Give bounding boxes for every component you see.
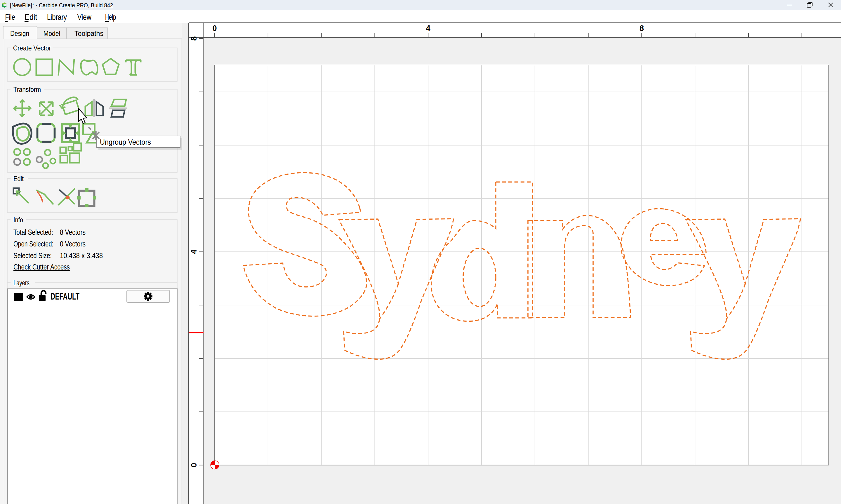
svg-text:0 Vectors: 0 Vectors xyxy=(60,239,86,248)
svg-text:Model: Model xyxy=(43,30,60,37)
svg-text:Selected Size:: Selected Size: xyxy=(14,251,52,260)
svg-text:Ungroup Vectors: Ungroup Vectors xyxy=(100,138,151,146)
svg-text:View: View xyxy=(78,13,92,22)
svg-text:Total Selected:: Total Selected: xyxy=(14,228,53,236)
svg-text:Open Selected:: Open Selected: xyxy=(14,239,53,248)
svg-text:[NewFile]* - Carbide Create PR: [NewFile]* - Carbide Create PRO, Build 8… xyxy=(10,2,113,8)
svg-text:Design: Design xyxy=(10,30,29,37)
svg-text:Toolpaths: Toolpaths xyxy=(74,30,103,37)
svg-text:8 Vectors: 8 Vectors xyxy=(60,228,86,236)
svg-text:Create Vector: Create Vector xyxy=(13,44,51,52)
svg-text:Edit: Edit xyxy=(14,175,24,183)
svg-text:Library: Library xyxy=(47,13,67,22)
svg-text:Check Cutter Access: Check Cutter Access xyxy=(14,263,70,271)
svg-text:DEFAULT: DEFAULT xyxy=(51,291,80,302)
svg-text:Transform: Transform xyxy=(14,86,41,93)
svg-text:0: 0 xyxy=(190,463,198,467)
svg-text:File: File xyxy=(5,13,15,22)
svg-text:Info: Info xyxy=(14,216,23,224)
svg-text:4: 4 xyxy=(190,250,198,254)
svg-text:Help: Help xyxy=(105,13,116,22)
svg-text:10.438 x 3.438: 10.438 x 3.438 xyxy=(60,251,103,260)
svg-text:Layers: Layers xyxy=(14,279,30,287)
svg-text:4: 4 xyxy=(426,24,430,33)
svg-text:Edit: Edit xyxy=(24,13,37,22)
svg-text:8: 8 xyxy=(639,24,644,33)
svg-text:8: 8 xyxy=(190,36,198,41)
svg-text:0: 0 xyxy=(212,24,217,33)
